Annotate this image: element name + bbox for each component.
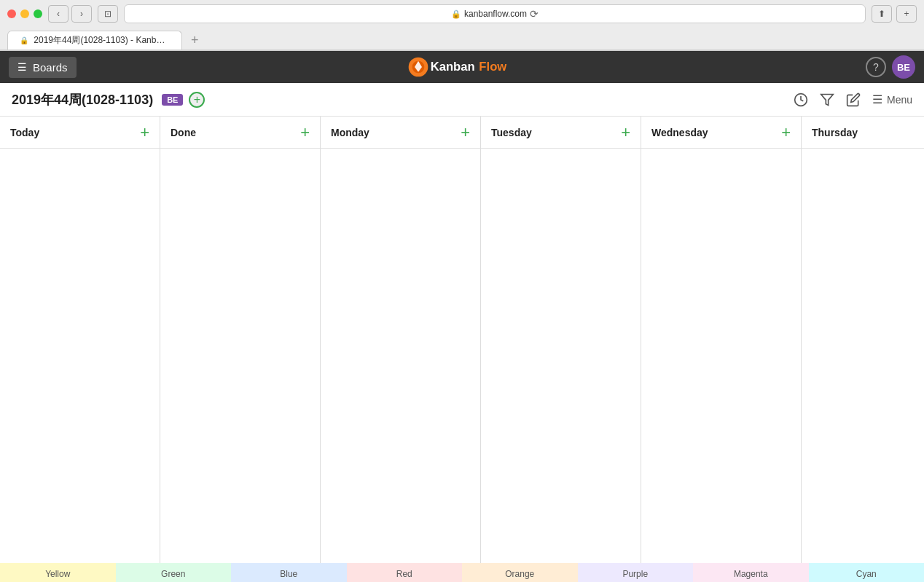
reload-button[interactable]: ⟳: [530, 8, 539, 20]
active-tab[interactable]: 🔒 2019年44周(1028-1103) - KanbanFlow: [7, 31, 182, 50]
boards-nav-button[interactable]: ☰ Boards: [9, 57, 77, 78]
lock-icon: 🔒: [451, 9, 461, 19]
color-segment-cyan[interactable]: Cyan: [809, 563, 925, 582]
filter-icon-button[interactable]: [820, 93, 834, 107]
tab-icon: 🔒: [20, 36, 28, 44]
column-done: Done +: [160, 117, 321, 563]
column-title-monday: Monday: [331, 127, 369, 138]
column-monday: Monday +: [321, 117, 481, 563]
share-button[interactable]: ⬆: [872, 5, 892, 23]
pencil-icon: [846, 93, 861, 107]
tab-title: 2019年44周(1028-1103) - KanbanFlow: [34, 35, 182, 45]
column-body-done: [160, 149, 320, 563]
user-avatar[interactable]: BE: [892, 55, 915, 79]
color-bar: YellowGreenBlueRedOrangePurpleMagentaCya…: [0, 563, 924, 582]
tab-bar: 🔒 2019年44周(1028-1103) - KanbanFlow +: [0, 28, 924, 50]
clock-icon-button[interactable]: [794, 93, 808, 107]
column-body-tuesday: [481, 149, 641, 563]
browser-chrome: ‹ › ⊡ 🔒 kanbanflow.com ⟳ ⬆ + 🔒 2019年44周(…: [0, 0, 924, 51]
column-tuesday: Tuesday +: [481, 117, 641, 563]
color-segment-green[interactable]: Green: [116, 563, 232, 582]
column-body-monday: [321, 149, 480, 563]
url-text: kanbanflow.com: [464, 9, 527, 19]
column-body-today: [0, 149, 160, 563]
maximize-btn[interactable]: [34, 9, 42, 18]
svg-marker-5: [821, 94, 834, 105]
minimize-btn[interactable]: [20, 9, 29, 18]
column-header-tuesday: Tuesday +: [481, 117, 641, 149]
menu-label: Menu: [887, 94, 912, 106]
board-title: 2019年44周(1028-1103): [12, 91, 153, 109]
column-header-thursday: Thursday +: [802, 117, 924, 149]
new-tab-plus[interactable]: +: [188, 33, 202, 48]
column-title-done: Done: [171, 127, 196, 138]
edit-icon-button[interactable]: [846, 93, 861, 107]
color-segment-purple[interactable]: Purple: [578, 563, 694, 582]
app-logo: Kanban Flow: [407, 56, 517, 78]
menu-lines-icon: ☰: [872, 93, 882, 106]
filter-icon: [820, 93, 834, 107]
board-header-right: ☰ Menu: [794, 93, 912, 107]
columns-container: Today + Done + Monday + Tuesday + Wednes…: [0, 117, 924, 563]
close-btn[interactable]: [7, 9, 16, 18]
column-wednesday: Wednesday +: [641, 117, 802, 563]
color-segment-orange[interactable]: Orange: [462, 563, 578, 582]
svg-text:Kanban: Kanban: [431, 60, 475, 74]
column-title-wednesday: Wednesday: [651, 127, 708, 138]
top-navigation: ☰ Boards Kanban Flow ? BE: [0, 51, 924, 83]
color-segment-red[interactable]: Red: [347, 563, 463, 582]
board-header: 2019年44周(1028-1103) BE +: [0, 83, 924, 117]
menu-button[interactable]: ☰ Menu: [872, 93, 912, 106]
column-title-tuesday: Tuesday: [491, 127, 532, 138]
column-add-button-wednesday[interactable]: +: [781, 125, 791, 141]
column-title-thursday: Thursday: [812, 127, 858, 138]
nav-buttons: ‹ ›: [48, 5, 92, 23]
topnav-right: ? BE: [866, 55, 915, 79]
boards-label: Boards: [33, 61, 68, 74]
column-header-today: Today +: [0, 117, 160, 149]
column-body-thursday: [802, 149, 924, 563]
app: ☰ Boards Kanban Flow ? BE 2019年44周(1028-…: [0, 51, 924, 582]
help-button[interactable]: ?: [866, 57, 886, 77]
column-add-button-today[interactable]: +: [140, 125, 149, 141]
column-header-monday: Monday +: [321, 117, 480, 149]
add-member-button[interactable]: +: [189, 92, 205, 108]
new-tab-button[interactable]: +: [896, 5, 917, 23]
traffic-lights: [7, 9, 42, 18]
column-thursday: Thursday +: [802, 117, 924, 563]
column-add-button-tuesday[interactable]: +: [621, 125, 630, 141]
column-header-wednesday: Wednesday +: [641, 117, 801, 149]
clock-icon: [794, 93, 808, 107]
hamburger-icon: ☰: [17, 61, 27, 73]
color-segment-yellow[interactable]: Yellow: [0, 563, 116, 582]
column-header-done: Done +: [160, 117, 320, 149]
column-title-today: Today: [10, 127, 39, 138]
color-segment-blue[interactable]: Blue: [231, 563, 347, 582]
column-body-wednesday: [641, 149, 801, 563]
color-segment-magenta[interactable]: Magenta: [693, 563, 809, 582]
address-bar[interactable]: 🔒 kanbanflow.com ⟳: [124, 4, 866, 23]
titlebar: ‹ › ⊡ 🔒 kanbanflow.com ⟳ ⬆ +: [0, 0, 924, 28]
svg-text:Flow: Flow: [479, 60, 506, 74]
member-badge[interactable]: BE: [162, 94, 183, 106]
column-today: Today +: [0, 117, 160, 563]
forward-button[interactable]: ›: [71, 5, 92, 23]
column-add-button-done[interactable]: +: [300, 125, 310, 141]
column-add-button-monday[interactable]: +: [461, 125, 470, 141]
browser-actions: ⬆ +: [872, 5, 917, 23]
back-button[interactable]: ‹: [48, 5, 68, 23]
kanbanflow-logo-svg: Kanban Flow: [407, 56, 517, 78]
window-button[interactable]: ⊡: [98, 5, 118, 23]
